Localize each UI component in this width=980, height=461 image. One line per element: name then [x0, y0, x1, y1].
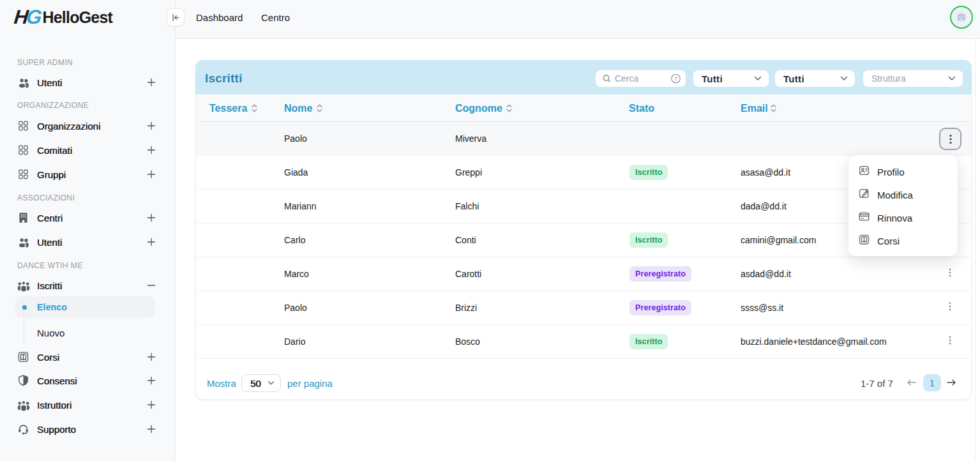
svg-text:?: ? — [674, 75, 677, 82]
